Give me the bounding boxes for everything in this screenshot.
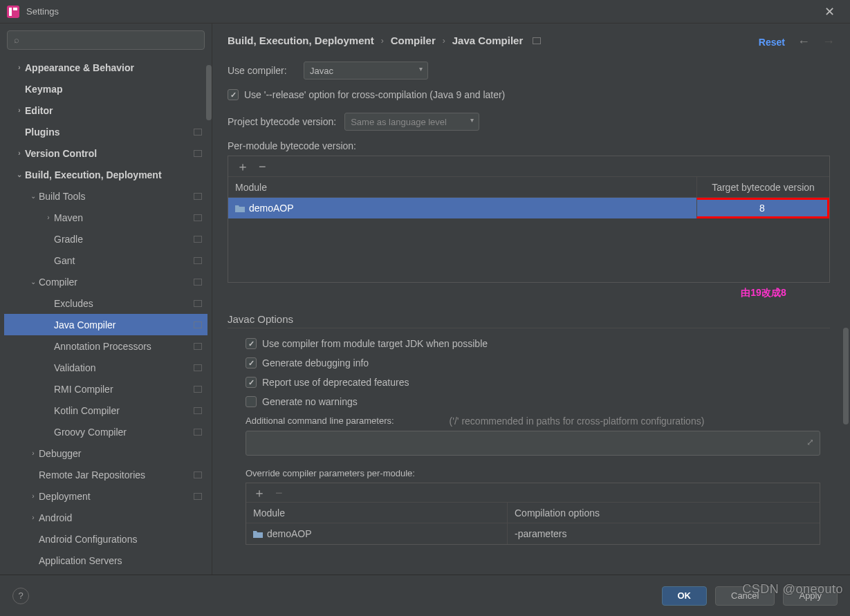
- annotation-text: 由19改成8: [697, 287, 830, 299]
- sidebar-item-label: Validation: [54, 362, 194, 373]
- sidebar-item-kotlin-compiler[interactable]: Kotlin Compiler: [4, 400, 207, 421]
- sidebar-item-label: Debugger: [39, 448, 202, 459]
- sidebar-item-deployment[interactable]: ›Deployment: [4, 485, 207, 507]
- chevron-icon: ›: [43, 214, 54, 221]
- sidebar-item-groovy-compiler[interactable]: Groovy Compiler: [4, 421, 207, 442]
- sidebar-item-android[interactable]: ›Android: [4, 507, 207, 528]
- release-option-checkbox[interactable]: [228, 89, 239, 100]
- add-override-button[interactable]: ＋: [253, 487, 266, 499]
- search-input[interactable]: [7, 30, 205, 50]
- project-badge-icon: [194, 407, 202, 414]
- project-badge-icon: [194, 150, 202, 157]
- chevron-icon: ›: [14, 149, 25, 157]
- sidebar-item-label: Editor: [25, 105, 202, 116]
- sidebar-item-label: Keymap: [25, 84, 202, 95]
- sidebar-item-plugins[interactable]: Plugins: [4, 121, 207, 142]
- sidebar-item-version-control[interactable]: ›Version Control: [4, 142, 207, 164]
- sidebar-item-label: Remote Jar Repositories: [39, 469, 194, 480]
- scrollbar-thumb[interactable]: [206, 65, 212, 120]
- sidebar-item-editor[interactable]: ›Editor: [4, 100, 207, 121]
- back-arrow-icon[interactable]: ←: [797, 35, 810, 49]
- dialog-footer: ? OK Cancel Apply: [0, 575, 850, 616]
- sidebar-item-label: Excludes: [54, 298, 194, 309]
- add-module-button[interactable]: ＋: [237, 160, 249, 173]
- project-badge-icon: [194, 429, 202, 436]
- sidebar-item-label: Deployment: [39, 491, 194, 502]
- project-badge-icon: [194, 129, 202, 136]
- reset-link[interactable]: Reset: [759, 37, 785, 48]
- sidebar-item-validation[interactable]: Validation: [4, 357, 207, 378]
- svg-rect-1: [9, 8, 12, 16]
- javac-opt-2-checkbox[interactable]: [246, 377, 257, 388]
- project-badge-icon: [194, 257, 202, 264]
- sidebar-item-appearance-behavior[interactable]: ›Appearance & Behavior: [4, 57, 207, 78]
- per-module-label: Per-module bytecode version:: [228, 140, 835, 151]
- sidebar-item-keymap[interactable]: Keymap: [4, 78, 207, 100]
- sidebar-item-excludes[interactable]: Excludes: [4, 292, 207, 314]
- additional-params-hint: ('/' recommended in paths for cross-plat…: [450, 416, 705, 427]
- sidebar-item-maven[interactable]: ›Maven: [4, 207, 207, 228]
- close-icon[interactable]: ✕: [815, 4, 843, 19]
- target-bytecode-value[interactable]: 8: [759, 203, 765, 214]
- sidebar-item-compiler[interactable]: ⌄Compiler: [4, 271, 207, 292]
- javac-opt-0-checkbox[interactable]: [246, 338, 257, 349]
- breadcrumb: Build, Execution, Deployment › Compiler …: [228, 35, 835, 46]
- chevron-icon: ›: [14, 64, 25, 71]
- sidebar-item-label: Application Servers: [39, 555, 202, 566]
- sidebar-item-build-tools[interactable]: ⌄Build Tools: [4, 185, 207, 207]
- project-badge-icon: [194, 321, 202, 328]
- sidebar-item-label: Version Control: [25, 148, 194, 159]
- sidebar-item-label: Build Tools: [39, 191, 194, 202]
- ok-button[interactable]: OK: [662, 586, 708, 606]
- app-icon: [7, 6, 19, 18]
- project-badge-icon: [194, 300, 202, 307]
- folder-icon: [235, 204, 245, 212]
- override-col-options: Compilation options: [508, 507, 820, 519]
- sidebar-item-java-compiler[interactable]: Java Compiler: [4, 314, 207, 335]
- settings-content: Build, Execution, Deployment › Compiler …: [212, 24, 850, 575]
- sidebar-item-gant[interactable]: Gant: [4, 250, 207, 271]
- folder-icon: [253, 530, 263, 538]
- sidebar-item-label: Gradle: [54, 234, 194, 245]
- table-row[interactable]: demoAOP -parameters: [246, 523, 820, 544]
- expand-icon[interactable]: ⤢: [806, 437, 814, 447]
- sidebar-item-label: Annotation Processors: [54, 341, 194, 352]
- javac-opt-1-checkbox[interactable]: [246, 357, 257, 368]
- override-module-name: demoAOP: [267, 528, 312, 539]
- col-target-header: Target bytecode version: [696, 177, 829, 197]
- remove-module-button[interactable]: −: [259, 160, 266, 173]
- sidebar-item-label: Groovy Compiler: [54, 427, 194, 438]
- sidebar-item-annotation-processors[interactable]: Annotation Processors: [4, 335, 207, 357]
- sidebar-item-build-execution-deployment[interactable]: ⌄Build, Execution, Deployment: [4, 164, 207, 185]
- additional-params-input[interactable]: ⤢: [246, 431, 820, 456]
- crumb-1[interactable]: Compiler: [391, 35, 436, 46]
- sidebar-item-label: Compiler: [39, 277, 194, 288]
- project-badge-icon: [194, 236, 202, 243]
- table-row[interactable]: demoAOP 8: [228, 198, 829, 218]
- sidebar-item-remote-jar-repositories[interactable]: Remote Jar Repositories: [4, 464, 207, 485]
- chevron-icon: ›: [28, 514, 39, 521]
- sidebar-item-android-configurations[interactable]: Android Configurations: [4, 528, 207, 550]
- scrollbar-thumb[interactable]: [843, 328, 849, 424]
- sidebar-item-debugger[interactable]: ›Debugger: [4, 442, 207, 464]
- sidebar-item-label: Java Compiler: [54, 319, 194, 330]
- sidebar-item-application-servers[interactable]: Application Servers: [4, 550, 207, 568]
- project-badge-icon: [194, 279, 202, 286]
- forward-arrow-icon: →: [822, 35, 835, 49]
- help-button[interactable]: ?: [12, 588, 29, 604]
- chevron-icon: ⌄: [28, 278, 39, 286]
- project-bytecode-select[interactable]: Same as language level: [344, 113, 479, 131]
- project-badge-icon: [194, 214, 202, 221]
- chevron-right-icon: ›: [381, 36, 384, 46]
- sidebar-item-gradle[interactable]: Gradle: [4, 228, 207, 250]
- release-option-label: Use '--release' option for cross-compila…: [244, 89, 505, 100]
- sidebar-item-rmi-compiler[interactable]: RMI Compiler: [4, 378, 207, 400]
- use-compiler-label: Use compiler:: [228, 65, 304, 76]
- chevron-icon: ⌄: [28, 192, 39, 200]
- titlebar: Settings ✕: [0, 0, 850, 24]
- crumb-0[interactable]: Build, Execution, Deployment: [228, 35, 374, 46]
- javac-opt-3-checkbox[interactable]: [246, 396, 257, 407]
- use-compiler-select[interactable]: Javac: [304, 62, 428, 80]
- chevron-icon: ›: [14, 106, 25, 114]
- chevron-right-icon: ›: [443, 36, 445, 46]
